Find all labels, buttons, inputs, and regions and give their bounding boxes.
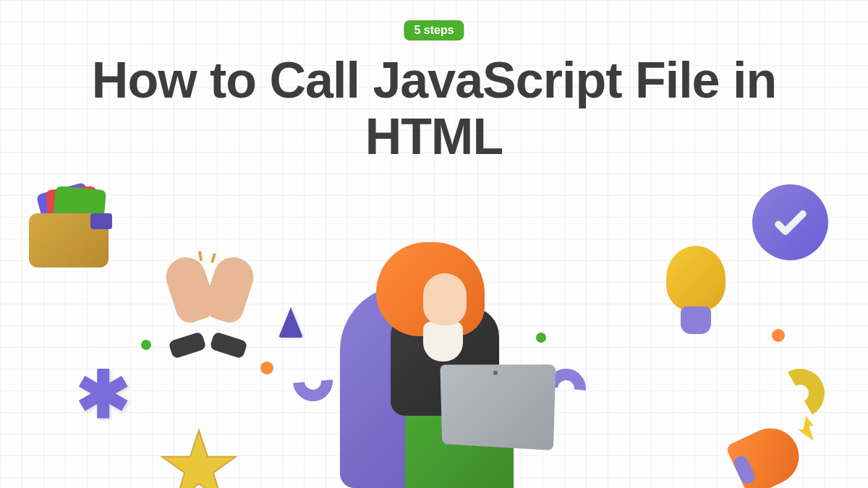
clapping-hands-icon <box>170 257 250 351</box>
dot-icon <box>141 340 151 350</box>
asterisk-icon: ✱ <box>76 372 130 427</box>
page-title: How to Call JavaScript File in HTML <box>43 52 825 166</box>
checkmark-icon <box>752 184 828 260</box>
dot-icon <box>260 361 273 374</box>
steps-badge: 5 steps <box>404 20 464 40</box>
wallet-icon <box>29 188 123 267</box>
lightbulb-icon <box>662 246 731 340</box>
megaphone-icon <box>727 416 814 488</box>
dot-icon <box>772 329 785 342</box>
star-icon <box>159 427 239 488</box>
squiggle-icon <box>770 363 830 423</box>
person--icon <box>297 221 571 488</box>
